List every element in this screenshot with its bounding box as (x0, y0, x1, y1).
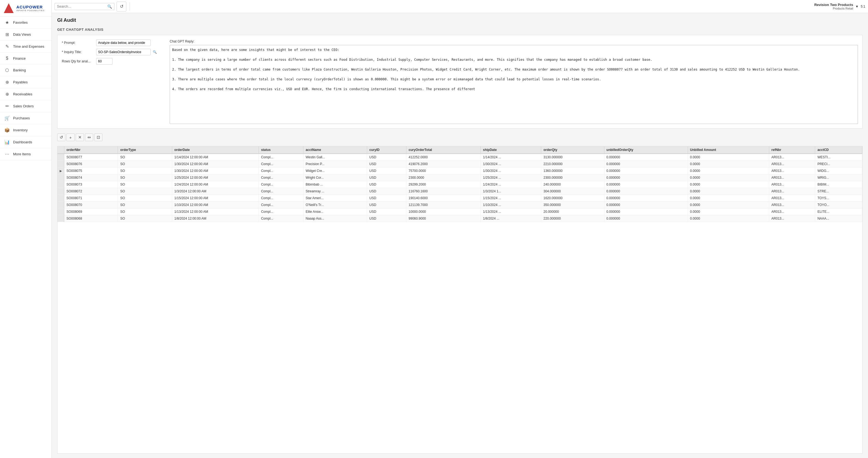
table-row[interactable]: ▶SO008075SO1/30/2024 12:00:00 AMCompl...… (58, 167, 862, 174)
cell-acctCD: WRIG... (815, 174, 862, 181)
cell-status: Compl... (259, 181, 303, 188)
sidebar-item-label: Finance (13, 56, 26, 60)
cell-refNbr: AR013... (769, 181, 815, 188)
sidebar-item-data-views[interactable]: ⊞ Data Views (0, 29, 52, 40)
table-row[interactable]: SO008073SO1/24/2024 12:00:00 AMCompl...B… (58, 181, 862, 188)
sidebar-item-label: Dashboards (13, 140, 32, 144)
cell-orderQty: 1620.000000 (541, 195, 604, 202)
cell-shipDate: 1/8/2024 ... (481, 215, 541, 222)
cell-shipDate: 1/13/2024 ... (481, 208, 541, 215)
cell-shipDate: 1/24/2024 ... (481, 181, 541, 188)
sidebar-item-time-expenses[interactable]: ✎ Time and Expenses (0, 40, 52, 53)
col-orderNbr[interactable]: orderNbr (64, 146, 118, 154)
col-refNbr[interactable]: refNbr (769, 146, 815, 154)
col-acctName[interactable]: acctName (303, 146, 367, 154)
delete-button[interactable]: ✕ (76, 133, 84, 141)
table-row[interactable]: SO008077SO1/14/2024 12:00:00 AMCompl...W… (58, 154, 862, 161)
table-row[interactable]: SO008071SO1/15/2024 12:00:00 AMCompl...S… (58, 195, 862, 202)
refresh-button[interactable]: ↺ (57, 133, 65, 141)
inquiry-search-button[interactable]: 🔍 (152, 50, 157, 54)
rows-qty-input[interactable] (96, 58, 113, 65)
row-expand-icon[interactable]: ▶ (60, 169, 62, 173)
reply-textarea[interactable] (170, 45, 858, 124)
cell-unbilledOrderQty: 0.000000 (604, 215, 688, 222)
cell-curyOrderTotal: 121139.7000 (406, 202, 481, 208)
fit-columns-button[interactable]: ⇔ (85, 133, 93, 141)
cell-acctCD: STRE... (815, 188, 862, 195)
table-row[interactable]: SO008072SO1/3/2024 12:00:00 AMCompl...St… (58, 188, 862, 195)
sidebar-item-finance[interactable]: $ Finance (0, 53, 52, 64)
cell-status: Compl... (259, 174, 303, 181)
cell-orderDate: 1/15/2024 12:00:00 AM (172, 195, 258, 202)
topbar-time: 5:1 (861, 5, 865, 8)
cell-status: Compl... (259, 215, 303, 222)
cell-orderNbr: SO008071 (64, 195, 118, 202)
cell-orderType: SO (118, 181, 172, 188)
cell-refNbr: AR013... (769, 174, 815, 181)
cell-acctCD: TOYS... (815, 195, 862, 202)
cell-orderType: SO (118, 202, 172, 208)
export-button[interactable]: ⊡ (94, 133, 102, 141)
col-orderQty[interactable]: orderQty (541, 146, 604, 154)
table-row[interactable]: SO008074SO1/25/2024 12:00:00 AMCompl...W… (58, 174, 862, 181)
cell-unbilledOrderQty: 0.000000 (604, 202, 688, 208)
logo-icon (3, 3, 14, 13)
col-curyOrderTotal[interactable]: curyOrderTotal (406, 146, 481, 154)
cell-acctCD: BIBIM... (815, 181, 862, 188)
col-orderDate[interactable]: orderDate (172, 146, 258, 154)
col-unbilledOrderQty[interactable]: unbilledOrderQty (604, 146, 688, 154)
add-button[interactable]: + (66, 133, 74, 141)
cell-curyOrderTotal: 419076.2000 (406, 161, 481, 167)
cell-refNbr: AR013... (769, 161, 815, 167)
cell-orderDate: 1/10/2024 12:00:00 AM (172, 202, 258, 208)
col-status[interactable]: status (259, 146, 303, 154)
sidebar-item-sales-orders[interactable]: ✏ Sales Orders (0, 100, 52, 112)
company-info: Revision Two Products Products Retail (814, 3, 853, 10)
search-input[interactable] (57, 4, 107, 8)
sales-orders-icon: ✏ (4, 103, 10, 109)
col-marker (58, 146, 64, 154)
cell-orderQty: 240.000000 (541, 181, 604, 188)
col-curyID[interactable]: curyID (367, 146, 406, 154)
sidebar-item-inventory[interactable]: 📦 Inventory (0, 124, 52, 136)
favorites-icon: ★ (4, 20, 10, 25)
sidebar-item-more-items[interactable]: ⋯ More Items (0, 148, 52, 160)
sidebar-item-payables[interactable]: ⊕ Payables (0, 76, 52, 88)
table-row[interactable]: SO008068SO1/8/2024 12:00:00 AMCompl...Na… (58, 215, 862, 222)
sidebar-item-purchases[interactable]: 🛒 Purchases (0, 112, 52, 124)
cell-acctCD: ELITE... (815, 208, 862, 215)
sidebar-item-favorites[interactable]: ★ Favorites (0, 17, 52, 29)
cell-orderNbr: SO008072 (64, 188, 118, 195)
sidebar-item-banking[interactable]: ⬡ Banking (0, 64, 52, 76)
cell-unbilledOrderQty: 0.000000 (604, 161, 688, 167)
cell-curyOrderTotal: 75700.0000 (406, 167, 481, 174)
inquiry-input[interactable] (96, 49, 151, 55)
table-row[interactable]: SO008070SO1/10/2024 12:00:00 AMCompl...O… (58, 202, 862, 208)
cell-acctCD: TOYO... (815, 202, 862, 208)
cell-orderNbr: SO008073 (64, 181, 118, 188)
prompt-input[interactable] (96, 39, 151, 46)
sidebar-item-receivables[interactable]: ⊕ Receivables (0, 88, 52, 100)
cell-refNbr: AR013... (769, 208, 815, 215)
cell-acctName: Streamray ... (303, 188, 367, 195)
cell-curyID: USD (367, 215, 406, 222)
search-box[interactable]: 🔍 (55, 3, 114, 10)
sidebar-item-label: Inventory (13, 128, 28, 132)
table-row[interactable]: SO008076SO1/30/2024 12:00:00 AMCompl...P… (58, 161, 862, 167)
table-row[interactable]: SO008069SO1/13/2024 12:00:00 AMCompl...E… (58, 208, 862, 215)
topbar-dropdown-icon[interactable]: ▼ (855, 5, 859, 8)
cell-acctCD: PRECI... (815, 161, 862, 167)
history-button[interactable]: ↺ (117, 2, 126, 11)
col-shipDate[interactable]: shipDate (481, 146, 541, 154)
sidebar-item-dashboards[interactable]: 📊 Dashboards (0, 136, 52, 148)
cell-curyOrderTotal: 10000.0000 (406, 208, 481, 215)
cell-orderDate: 1/3/2024 12:00:00 AM (172, 188, 258, 195)
cell-orderNbr: SO008075 (64, 167, 118, 174)
col-acctCD[interactable]: acctCD (815, 146, 862, 154)
prompt-row: * Prompt: (62, 39, 165, 46)
sidebar-item-label: Receivables (13, 92, 32, 96)
col-orderType[interactable]: orderType (118, 146, 172, 154)
col-unbilledAmount[interactable]: Unbilled Amount (688, 146, 769, 154)
rows-qty-row: Rows Qty for anal... (62, 58, 165, 65)
cell-curyID: USD (367, 195, 406, 202)
